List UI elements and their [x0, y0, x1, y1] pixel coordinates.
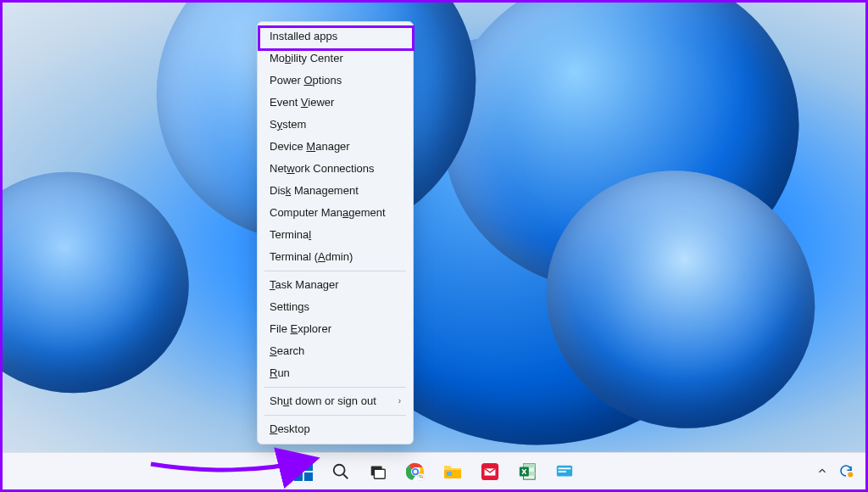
menu-item-label: Power Options [270, 74, 342, 87]
menu-item-label: Event Viewer [270, 96, 334, 109]
menu-item-device-manager[interactable]: Device Manager [258, 136, 413, 158]
task-view-button[interactable] [363, 456, 393, 487]
menu-item-search[interactable]: Search [258, 340, 413, 362]
mail-app-button[interactable] [475, 456, 505, 487]
folder-icon [442, 462, 463, 481]
svg-point-4 [334, 464, 345, 475]
update-icon [838, 463, 854, 478]
menu-item-terminal[interactable]: Terminal [258, 224, 413, 246]
svg-rect-1 [304, 462, 313, 471]
svg-point-13 [420, 476, 422, 478]
menu-item-label: Desktop [270, 422, 310, 436]
menu-item-label: Settings [270, 300, 309, 314]
menu-item-computer-management[interactable]: Computer Management [258, 202, 413, 224]
desktop-wallpaper [3, 3, 865, 489]
taskbar [3, 452, 865, 489]
svg-rect-0 [294, 462, 303, 471]
taskbar-search-button[interactable] [326, 456, 356, 487]
excel-icon [518, 462, 537, 481]
menu-item-event-viewer[interactable]: Event Viewer [258, 92, 413, 114]
start-button[interactable] [288, 456, 319, 487]
menu-item-label: Disk Management [270, 184, 359, 198]
menu-item-label: Device Manager [270, 140, 350, 154]
menu-separator [264, 387, 406, 388]
taskbar-center [288, 456, 580, 487]
menu-item-label: Network Connections [270, 162, 375, 176]
menu-item-task-manager[interactable]: Task Manager [258, 274, 413, 296]
menu-item-installed-apps[interactable]: Installed apps [258, 25, 413, 48]
svg-rect-2 [294, 472, 303, 481]
svg-rect-21 [559, 467, 571, 469]
menu-item-label: Task Manager [270, 278, 339, 292]
menu-item-label: File Explorer [270, 322, 331, 336]
menu-item-label: Computer Management [270, 206, 386, 220]
menu-item-label: Search [270, 344, 304, 358]
menu-separator [264, 271, 406, 271]
search-icon [331, 462, 350, 481]
menu-item-desktop[interactable]: Desktop [258, 418, 413, 440]
system-tray [816, 452, 854, 489]
menu-item-system[interactable]: System [258, 114, 413, 136]
task-view-icon [369, 462, 387, 481]
excel-button[interactable] [512, 456, 542, 487]
svg-point-23 [848, 472, 853, 478]
edge-app-button[interactable] [549, 456, 580, 487]
chevron-up-icon [816, 465, 828, 477]
tray-overflow-button[interactable] [816, 465, 828, 477]
windows-logo-icon [294, 462, 313, 481]
app-icon [555, 462, 574, 481]
svg-rect-14 [447, 472, 452, 476]
svg-point-10 [414, 469, 418, 473]
windows-update-tray-icon[interactable] [838, 463, 854, 478]
svg-line-5 [343, 473, 348, 478]
menu-item-label: Mobility Center [270, 52, 343, 65]
menu-separator [264, 415, 406, 416]
menu-item-run[interactable]: Run [258, 362, 413, 384]
file-explorer-button[interactable] [437, 456, 468, 487]
chrome-icon [406, 462, 425, 481]
menu-item-label: Run [270, 366, 290, 380]
menu-item-label: Terminal [270, 228, 311, 242]
menu-item-label: Terminal (Admin) [270, 250, 353, 264]
start-context-menu: Installed appsMobility CenterPower Optio… [257, 21, 414, 444]
menu-item-label: Shut down or sign out [270, 394, 376, 408]
svg-rect-3 [304, 472, 313, 481]
menu-item-label: System [270, 118, 306, 131]
menu-item-disk-management[interactable]: Disk Management [258, 180, 413, 202]
chrome-button[interactable] [400, 456, 431, 487]
svg-rect-7 [374, 469, 385, 478]
menu-item-mobility-center[interactable]: Mobility Center [258, 48, 413, 70]
menu-item-label: Installed apps [270, 30, 337, 43]
chevron-right-icon: › [398, 394, 401, 408]
menu-item-shut-down-or-sign-out[interactable]: Shut down or sign out› [258, 390, 413, 412]
mail-icon [481, 462, 499, 481]
menu-item-power-options[interactable]: Power Options [258, 70, 413, 92]
menu-item-file-explorer[interactable]: File Explorer [258, 318, 413, 340]
menu-item-settings[interactable]: Settings [258, 296, 413, 318]
menu-item-terminal-admin[interactable]: Terminal (Admin) [258, 246, 413, 268]
menu-item-network-connections[interactable]: Network Connections [258, 158, 413, 180]
svg-rect-22 [559, 471, 566, 472]
